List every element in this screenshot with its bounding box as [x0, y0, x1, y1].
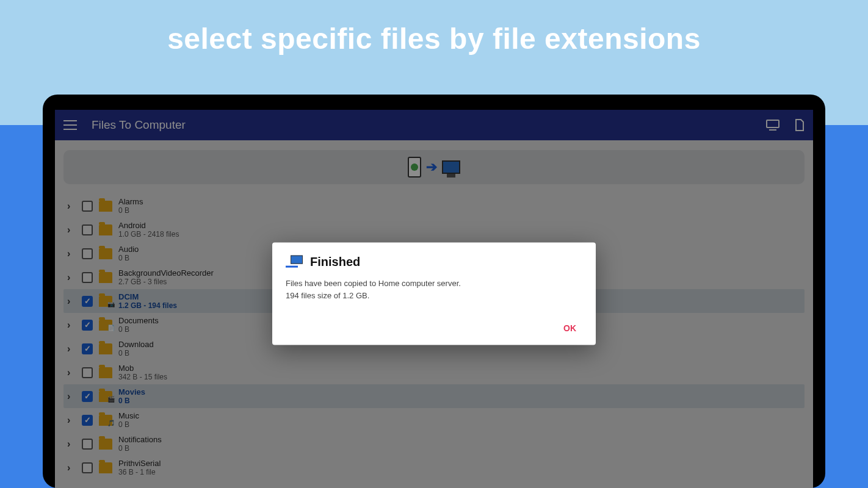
dialog-title: Finished: [310, 255, 360, 269]
ok-button[interactable]: OK: [557, 320, 582, 337]
dialog-line2: 194 files size of 1.2 GB.: [286, 289, 582, 301]
finished-dialog: Finished Files have been copied to Home …: [272, 243, 596, 345]
dialog-message: Files have been copied to Home computer …: [286, 278, 582, 301]
app-screen: Files To Computer ➔ ›Alarms0 B›Android1.…: [55, 110, 813, 488]
tablet-frame: Files To Computer ➔ ›Alarms0 B›Android1.…: [43, 95, 825, 488]
transfer-complete-icon: [286, 255, 303, 268]
dialog-line1: Files have been copied to Home computer …: [286, 278, 582, 290]
promo-headline: select specific files by file extensions: [0, 22, 868, 56]
